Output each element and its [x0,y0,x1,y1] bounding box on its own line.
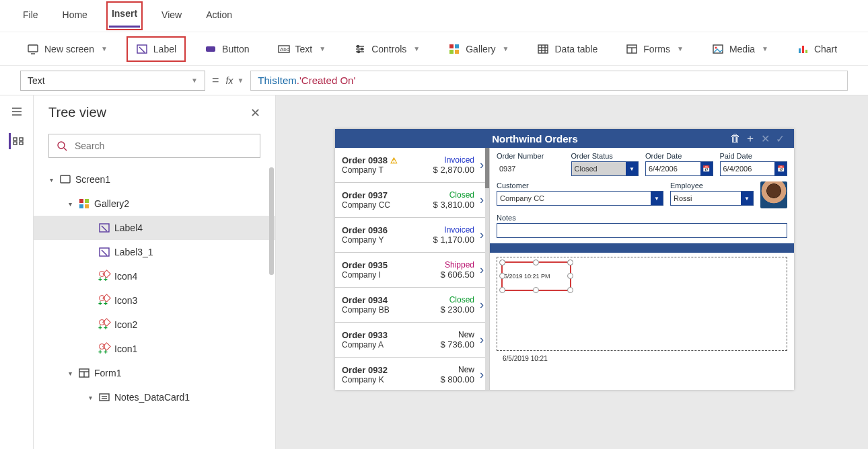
svg-rect-13 [449,44,454,48]
notes-input[interactable] [497,223,787,238]
button-icon [205,43,217,55]
iconctrl-icon: ++ [98,319,110,331]
gallery-scrollbar[interactable] [485,148,489,390]
order-item[interactable]: Order 0937Company CCClosed$ 3,810.00› [335,183,489,218]
chevron-right-icon[interactable]: › [477,193,484,207]
tree-item-icon3[interactable]: ++Icon3 [34,288,275,313]
tree-search[interactable] [48,134,260,158]
tab-home[interactable]: Home [60,5,90,27]
resize-handle[interactable] [499,259,505,266]
expand-arrow-icon[interactable]: ▾ [86,394,94,401]
chevron-right-icon[interactable]: › [477,263,484,277]
canvas[interactable]: Northwind Orders 🗑 ＋ ✕ ✓ Order 0938 ⚠Com… [276,95,868,449]
order-company: Company BB [342,305,440,315]
resize-handle[interactable] [499,287,505,293]
tree-item-form1[interactable]: ▾Form1 [34,361,275,385]
controls-button[interactable]: Controls ▼ [347,39,427,59]
trash-icon[interactable]: 🗑 [728,132,743,145]
text-icon: Abc [278,43,290,55]
svg-rect-41 [85,199,89,203]
expand-arrow-icon[interactable]: ▾ [47,176,55,183]
tab-insert[interactable]: Insert [109,4,140,28]
datatable-button[interactable]: Data table [530,39,604,59]
tree-item-screen1[interactable]: ▾Screen1 [34,167,275,192]
order-item[interactable]: Order 0936Company YInvoiced$ 1,170.00› [335,218,489,253]
tree-scrollbar[interactable] [269,167,274,275]
order-item[interactable]: Order 0932Company KNew$ 800.00› [335,358,489,390]
order-gallery[interactable]: Order 0938 ⚠Company TInvoiced$ 2,870.00›… [335,148,490,390]
cancel-icon[interactable]: ✕ [758,132,772,145]
order-item[interactable]: Order 0934Company BBClosed$ 230.00› [335,288,489,323]
svg-rect-40 [79,199,83,203]
chevron-right-icon[interactable]: › [477,228,484,242]
svg-rect-4 [206,46,215,52]
resize-handle[interactable] [499,273,505,279]
forms-label: Forms [643,44,670,54]
tree-item-notes_datacard1[interactable]: ▾Notes_DataCard1 [34,385,275,409]
employee-select[interactable]: Rossi▼ [670,191,754,206]
tab-view[interactable]: View [159,5,184,27]
chevron-right-icon[interactable]: › [477,333,484,347]
check-icon[interactable]: ✓ [772,132,787,145]
paid-date-input[interactable]: 6/4/2006📅 [720,161,788,176]
tree-item-gallery2[interactable]: ▾Gallery2 [34,192,275,216]
button-button[interactable]: Button [198,39,256,59]
svg-point-11 [361,48,363,50]
search-input[interactable] [75,140,253,151]
resize-handle[interactable] [533,259,539,266]
controls-label: Controls [371,44,406,54]
expand-arrow-icon[interactable]: ▾ [66,200,74,208]
chevron-right-icon[interactable]: › [477,158,484,172]
media-button[interactable]: Media ▼ [705,39,775,59]
close-icon[interactable]: ✕ [250,106,260,120]
formula-bar: Text ▼ = fx ▼ ThisItem.'Created On' [0,66,868,95]
text-button[interactable]: Abc Text ▼ [271,39,333,59]
gallery-button[interactable]: Gallery ▼ [441,39,515,59]
hamburger-icon[interactable] [9,104,25,120]
resize-handle[interactable] [567,259,573,266]
order-item[interactable]: Order 0933Company ANew$ 736.00› [335,323,489,358]
order-status: Closed [440,295,474,304]
order-item[interactable]: Order 0935Company IShipped$ 606.50› [335,253,489,288]
formula-input[interactable]: ThisItem.'Created On' [250,71,848,91]
tree-item-label3_1[interactable]: Label3_1 [34,240,275,264]
charts-button[interactable]: Chart [790,39,844,59]
tree-item-icon4[interactable]: ++Icon4 [34,264,275,288]
forms-button[interactable]: Forms ▼ [619,39,690,59]
tree-view-icon[interactable] [9,133,25,149]
svg-rect-44 [100,224,109,232]
detail-gallery[interactable]: 5/2019 10:21 PM 6/5/2019 10:21 [497,257,787,351]
order-status-select[interactable]: Closed▼ [571,161,639,176]
tab-action[interactable]: Action [203,5,235,27]
new-screen-button[interactable]: New screen ▼ [20,39,114,59]
customer-select[interactable]: Company CC▼ [497,191,663,206]
chevron-right-icon[interactable]: › [477,298,484,312]
resize-handle[interactable] [567,273,573,279]
formula-token-field: .'Created On' [297,75,355,86]
tree-item-label4[interactable]: Label4 [34,216,275,240]
resize-handle[interactable] [533,287,539,293]
expand-arrow-icon[interactable]: ▾ [66,370,74,377]
media-icon [712,43,724,55]
plus-icon[interactable]: ＋ [743,132,758,146]
calendar-icon: 📅 [774,162,787,175]
order-date-input[interactable]: 6/4/2006📅 [645,161,713,176]
paid-date-label: Paid Date [720,152,788,160]
order-number-label: Order Number [497,152,565,160]
order-number-value: 0937 [497,161,565,176]
selected-label-control[interactable]: 5/2019 10:21 PM [503,263,570,290]
resize-handle[interactable] [567,287,573,293]
property-select[interactable]: Text ▼ [20,71,205,91]
tab-file[interactable]: File [20,5,41,27]
order-form: Order Number0937 Order StatusClosed▼ Ord… [490,148,794,390]
tree-item-icon2[interactable]: ++Icon2 [34,313,275,337]
chevron-right-icon[interactable]: › [477,368,484,382]
chevron-down-icon: ▼ [677,45,684,52]
order-item[interactable]: Order 0938 ⚠Company TInvoiced$ 2,870.00› [335,148,489,183]
fx-button[interactable]: fx ▼ [226,75,244,86]
label-icon [136,43,148,55]
label-button[interactable]: Label [129,39,183,59]
tree-item-icon1[interactable]: ++Icon1 [34,337,275,361]
order-name: Order 0932 [342,365,440,375]
text-label: Text [295,44,313,54]
